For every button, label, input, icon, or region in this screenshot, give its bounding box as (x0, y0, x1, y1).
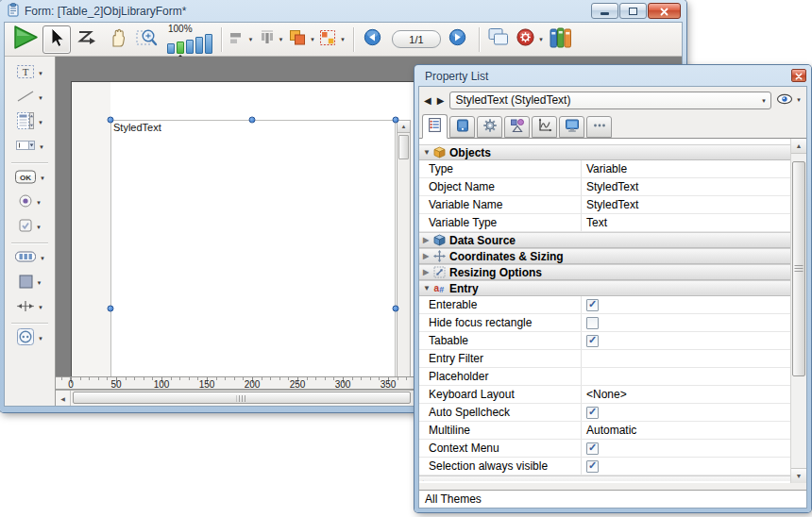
form-properties-button[interactable]: ▼ (515, 25, 545, 54)
checkbox-checked[interactable] (586, 442, 599, 455)
selection-handle-right-middle[interactable] (393, 306, 399, 312)
chevron-down-icon[interactable]: ▼ (310, 37, 315, 42)
zoom-control[interactable]: 100% (167, 25, 212, 54)
line-tool[interactable]: ▼ (5, 86, 55, 110)
tab-events[interactable] (532, 116, 557, 138)
scroll-up-icon[interactable]: ▲ (398, 121, 410, 133)
radio-tool[interactable]: ▼ (5, 191, 55, 215)
checkbox-unchecked[interactable] (586, 317, 599, 329)
zoom-bar-current[interactable] (177, 42, 184, 54)
property-value[interactable] (582, 460, 790, 473)
listbox-tool[interactable]: ▼ (5, 110, 55, 135)
execute-form-button[interactable] (10, 25, 41, 54)
property-value[interactable] (582, 335, 790, 347)
display-pages-button[interactable] (484, 25, 513, 54)
chevron-down-icon[interactable]: ▼ (340, 37, 346, 42)
tab-all-properties[interactable] (422, 114, 448, 139)
object-selector-dropdown[interactable]: StyledText (StyledText) ▼ (449, 92, 771, 109)
close-button[interactable] (791, 69, 806, 82)
zoom-bar-5[interactable] (205, 34, 212, 54)
chevron-down-icon[interactable]: ▼ (38, 120, 43, 125)
chevron-down-icon[interactable]: ▼ (39, 144, 44, 150)
section-header-resizing-options[interactable]: ▶Resizing Options (419, 264, 790, 280)
chevron-down-icon[interactable]: ▼ (38, 336, 43, 342)
checkbox-checked[interactable] (586, 407, 599, 419)
theme-filter-bar[interactable]: All Themes (419, 490, 806, 508)
property-value[interactable]: Variable (582, 162, 790, 175)
group-button[interactable]: ▼ (318, 25, 347, 54)
scroll-down-icon[interactable]: ▼ (791, 468, 806, 483)
zoom-bar-4[interactable] (195, 37, 203, 54)
select-tool-button[interactable] (42, 25, 71, 54)
zoom-bar-3[interactable] (186, 40, 194, 54)
form-window-titlebar[interactable]: Form: [Table_2]ObjLibraryForm* (0, 0, 686, 22)
scrollbar-thumb[interactable] (792, 161, 805, 376)
minimize-button[interactable] (591, 3, 618, 19)
property-value[interactable]: StyledText (582, 198, 790, 211)
property-value[interactable]: Automatic (582, 424, 790, 437)
chevron-down-icon[interactable]: ▼ (279, 37, 284, 42)
checkbox-checked[interactable] (586, 335, 599, 347)
property-value[interactable] (582, 317, 790, 329)
tab-display[interactable] (559, 116, 584, 138)
zoom-bar-1[interactable] (167, 43, 175, 54)
checkbox-tool[interactable]: ▼ (5, 215, 55, 240)
selection-handle-top-middle[interactable] (249, 117, 256, 124)
text-tool[interactable]: T▼ (5, 61, 55, 86)
zoom-tool-button[interactable] (133, 25, 161, 54)
selection-handle-top-right[interactable] (393, 117, 399, 124)
splitter-tool[interactable]: ▼ (5, 295, 55, 320)
previous-object-icon[interactable]: ◀ (424, 95, 432, 106)
close-button[interactable] (648, 3, 681, 19)
checkbox-checked[interactable] (586, 299, 599, 311)
chevron-down-icon[interactable]: ▼ (38, 305, 43, 310)
align-button[interactable]: ▼ (227, 25, 255, 54)
section-header-objects[interactable]: ▼Objects (419, 144, 790, 160)
section-header-data-source[interactable]: ▶Data Source (419, 232, 790, 248)
chevron-down-icon[interactable]: ▼ (40, 175, 45, 181)
button-tool[interactable]: OK▼ (5, 166, 55, 191)
property-value[interactable]: <None> (582, 388, 790, 401)
object-vertical-scrollbar[interactable]: ▲ (397, 120, 411, 376)
plugin-area-tool[interactable]: ▼ (5, 326, 55, 351)
scrollbar-thumb[interactable] (73, 392, 411, 404)
zoom-bars[interactable] (167, 34, 212, 54)
chevron-down-icon[interactable]: ▼ (38, 71, 43, 76)
scroll-left-icon[interactable]: ◀ (56, 391, 71, 406)
property-grid-scrollbar[interactable]: ▲ ▼ (790, 139, 806, 483)
chevron-down-icon[interactable]: ▼ (36, 200, 42, 206)
distribute-button[interactable]: ▼ (257, 25, 285, 54)
entry-order-tool-button[interactable] (73, 25, 101, 54)
selection-handle-left-middle[interactable] (108, 306, 114, 312)
property-value[interactable] (582, 299, 790, 311)
chevron-down-icon[interactable]: ▼ (40, 256, 45, 261)
maximize-button[interactable] (619, 3, 647, 19)
tab-more[interactable] (586, 116, 612, 138)
chevron-down-icon[interactable]: ▼ (248, 37, 254, 42)
property-value[interactable]: Text (582, 216, 790, 229)
chevron-down-icon[interactable]: ▼ (37, 280, 42, 286)
tab-objects[interactable] (504, 116, 530, 138)
next-page-button[interactable] (444, 25, 472, 54)
chevron-down-icon[interactable]: ▼ (38, 95, 43, 101)
view-filter-button[interactable]: ▼ (776, 92, 802, 108)
object-library-button[interactable] (547, 25, 575, 54)
selection-handle-top-left[interactable] (108, 117, 114, 124)
property-value[interactable] (582, 442, 790, 455)
styled-text-object[interactable]: StyledText (110, 120, 396, 376)
chevron-down-icon[interactable]: ▼ (538, 37, 544, 42)
property-list-titlebar[interactable]: Property List (414, 65, 811, 87)
previous-page-button[interactable] (359, 25, 387, 54)
section-header-entry[interactable]: ▼a#Entry (419, 280, 790, 296)
tab-settings[interactable] (477, 116, 502, 138)
scrollbar-thumb[interactable] (398, 135, 409, 159)
property-value[interactable] (582, 407, 790, 419)
level-button[interactable]: ▼ (287, 25, 316, 54)
section-header-coordinates-sizing[interactable]: ▶Coordinates & Sizing (419, 248, 790, 264)
tab-control-tool[interactable]: ▼ (5, 246, 55, 271)
next-object-icon[interactable]: ▶ (437, 95, 446, 106)
checkbox-checked[interactable] (586, 460, 599, 473)
pan-tool-button[interactable] (103, 25, 131, 54)
scroll-up-icon[interactable]: ▲ (791, 139, 806, 154)
property-value[interactable]: StyledText (582, 180, 790, 193)
